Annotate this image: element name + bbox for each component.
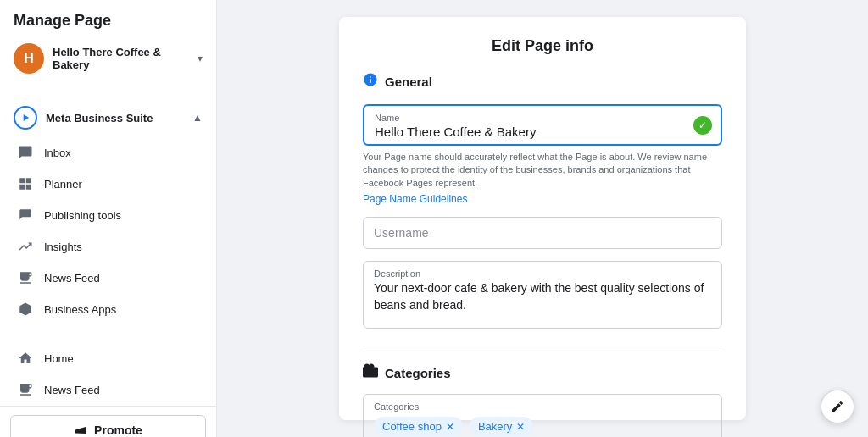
promote-btn-container: Promote [0,406,216,437]
sidebar-item-business-apps[interactable]: Business Apps [7,294,209,324]
publishing-tools-label: Publishing tools [44,209,121,222]
coffee-shop-remove-icon[interactable]: ✕ [446,421,454,433]
description-field-wrapper[interactable]: Description Your next-door cafe & bakery… [363,261,722,329]
floating-edit-button[interactable] [821,390,854,423]
name-label: Name [375,113,710,123]
bakery-remove-icon[interactable]: ✕ [516,421,525,433]
news-feed-label: News Feed [44,272,100,285]
pencil-icon [831,400,844,413]
promote-icon [74,423,87,437]
sidebar-title: Manage Page [14,12,203,30]
sidebar-item-inbox[interactable]: Inbox [7,137,209,168]
sidebar-item-planner[interactable]: Planner [7,169,209,199]
edit-card: Edit Page info General Name Hello There … [339,17,746,420]
categories-icon [363,363,378,382]
suite-section: Meta Business Suite ▲ Inbox Planner Publ… [0,99,216,325]
page-avatar: H [14,43,44,74]
name-hint: Your Page name should accurately reflect… [363,151,722,190]
page-identity[interactable]: H Hello There Coffee & Bakery ▾ [14,40,203,77]
page-name: Hello There Coffee & Bakery [53,46,189,71]
description-value: Your next-door cafe & bakery with the be… [374,281,704,312]
category-tag-coffee-shop[interactable]: Coffee shop ✕ [374,417,463,436]
username-field-group: Username [363,217,722,249]
sidebar: Manage Page H Hello There Coffee & Baker… [0,0,217,437]
categories-field-label: Categories [374,401,711,412]
promote-label: Promote [94,423,142,437]
inbox-label: Inbox [44,147,71,159]
sidebar-item-publishing-tools[interactable]: Publishing tools [7,200,209,230]
name-value: Hello There Coffee & Bakery [375,124,536,139]
chart-icon [17,238,34,255]
sidebar-item-news-feed[interactable]: News Feed [7,263,209,293]
name-check-icon: ✓ [693,116,712,135]
grid-icon [17,175,34,192]
section-divider [363,346,722,346]
main-content: Edit Page info General Name Hello There … [217,0,868,437]
name-field-group: Name Hello There Coffee & Bakery ✓ Your … [363,104,722,205]
name-guidelines-link[interactable]: Page Name Guidelines [363,193,467,205]
box-icon [17,301,34,318]
general-section-heading: General [363,72,722,91]
description-field-group: Description Your next-door cafe & bakery… [363,261,722,329]
news2-icon [17,381,34,398]
description-label: Description [374,268,711,279]
business-apps-label: Business Apps [44,303,116,316]
sidebar-header: Manage Page H Hello There Coffee & Baker… [0,0,216,86]
chat-icon [17,144,34,161]
categories-field-wrapper: Categories Coffee shop ✕ Bakery ✕ [363,394,722,437]
meta-suite-icon [14,106,37,130]
news-icon [17,269,34,286]
categories-label: Categories [385,366,451,380]
promote-button[interactable]: Promote [10,415,206,437]
sidebar-item-home[interactable]: Home [7,343,209,373]
planner-label: Planner [44,178,82,191]
sidebar-item-news-feed-2[interactable]: News Feed [7,374,209,405]
edit-card-title: Edit Page info [363,37,722,55]
categories-section-heading: Categories [363,363,722,382]
suite-header-left: Meta Business Suite [14,106,153,130]
news-feed-2-label: News Feed [44,384,100,396]
home-label: Home [44,352,74,365]
general-label: General [385,75,432,89]
bakery-label: Bakery [478,420,512,433]
categories-tags: Coffee shop ✕ Bakery ✕ [374,417,711,436]
suite-label: Meta Business Suite [46,112,153,124]
home-icon [17,350,34,367]
publish-icon [17,207,34,224]
sidebar-bottom-section: Home News Feed [0,342,216,406]
coffee-shop-label: Coffee shop [382,420,442,433]
username-placeholder: Username [374,226,429,240]
username-field[interactable]: Username [363,217,722,249]
suite-header[interactable]: Meta Business Suite ▲ [7,99,209,136]
name-field-wrapper[interactable]: Name Hello There Coffee & Bakery ✓ [363,104,722,146]
collapse-icon: ▲ [192,112,203,124]
sidebar-item-insights[interactable]: Insights [7,231,209,262]
category-tag-bakery[interactable]: Bakery ✕ [470,417,533,436]
insights-label: Insights [44,241,82,253]
info-icon [363,72,378,91]
chevron-down-icon: ▾ [198,53,203,64]
